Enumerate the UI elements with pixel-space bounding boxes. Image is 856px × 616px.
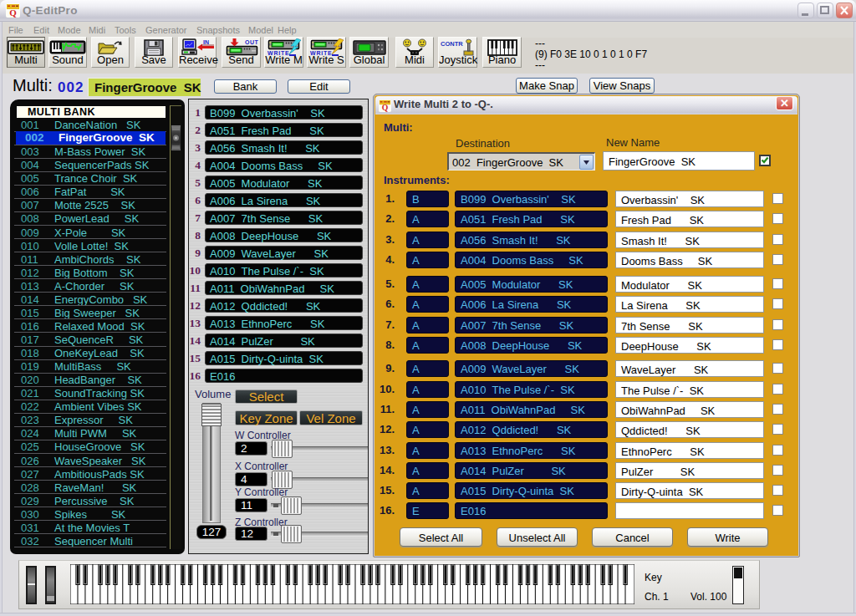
svg-text:CONTR: CONTR	[441, 40, 463, 48]
svg-text:IN: IN	[203, 39, 209, 45]
svg-text:Q: Q	[9, 8, 17, 18]
svg-text:Q: Q	[382, 103, 389, 112]
svg-text:OUT: OUT	[245, 39, 259, 45]
